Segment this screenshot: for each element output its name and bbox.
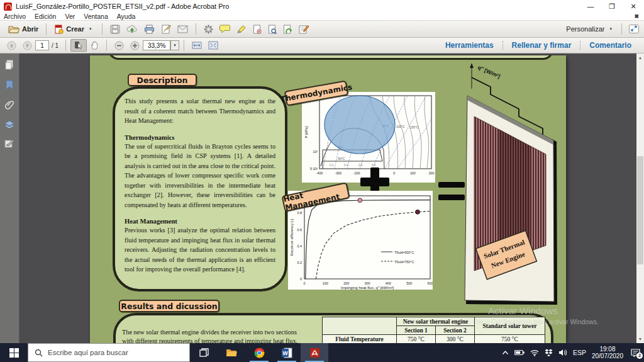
expand-tools-icon[interactable] xyxy=(629,25,639,33)
email-button[interactable] xyxy=(174,24,191,35)
separator xyxy=(106,40,107,51)
zoom-out-button[interactable] xyxy=(111,40,127,52)
hm-ytick: 0 xyxy=(300,277,302,281)
fit-page-button[interactable] xyxy=(205,40,221,51)
scrollbar-thumb[interactable] xyxy=(637,156,643,264)
page-thumbnails-icon[interactable] xyxy=(4,60,14,70)
vertical-scrollbar[interactable]: ▲ ▼ xyxy=(636,54,644,343)
zoom-dropdown-arrow[interactable]: ▾ xyxy=(170,40,179,50)
menu-edicion[interactable]: Edición xyxy=(35,13,56,20)
task-view-button[interactable] xyxy=(190,343,218,362)
maximize-button[interactable]: ❐ xyxy=(601,0,623,13)
fill-sign-button[interactable] xyxy=(296,23,312,35)
speaker-icon[interactable] xyxy=(558,349,567,356)
file-explorer-icon xyxy=(226,348,237,357)
document-search-button[interactable] xyxy=(265,23,280,35)
pdf-page: Description This study presents a solar … xyxy=(90,55,566,343)
acrobat-icon xyxy=(309,348,320,358)
tab-rellenar-firmar[interactable]: Rellenar y firmar xyxy=(502,41,580,50)
menu-ver[interactable]: Ver xyxy=(65,13,75,20)
select-tool-button[interactable] xyxy=(70,39,87,52)
zoom-in-button[interactable] xyxy=(127,40,143,52)
zoom-level-input[interactable]: 33,3% xyxy=(143,40,170,50)
separator xyxy=(184,40,184,51)
marker-750c xyxy=(416,210,420,214)
highlight-button[interactable] xyxy=(233,23,250,35)
tab-herramientas[interactable]: Herramientas xyxy=(436,41,502,50)
windows-logo-icon xyxy=(9,348,19,358)
sign-document-button[interactable] xyxy=(158,23,174,35)
create-button[interactable]: Crear ▾ xyxy=(51,23,97,35)
notification-center-button[interactable]: 2 xyxy=(631,349,640,357)
table-subheader-section2: Section 2 xyxy=(436,326,475,335)
fit-width-button[interactable] xyxy=(189,40,205,51)
hm-xtick: 100 xyxy=(323,281,328,285)
comment-button[interactable] xyxy=(216,23,233,35)
previous-page-button[interactable] xyxy=(4,40,19,52)
acrobat-taskbar-button[interactable] xyxy=(301,343,328,362)
taskbar-search-input[interactable]: Escribe aquí para buscar xyxy=(28,343,190,362)
critical-point-highlight xyxy=(325,96,395,154)
wifi-icon[interactable] xyxy=(530,349,539,356)
file-explorer-button[interactable] xyxy=(218,343,245,362)
document-delete-button[interactable] xyxy=(250,23,265,35)
tab-comentario[interactable]: Comentario xyxy=(580,41,640,50)
language-indicator[interactable]: ESP xyxy=(573,349,586,356)
menubar-close-icon[interactable]: ✖ xyxy=(634,13,639,20)
battery-icon[interactable] xyxy=(514,349,525,356)
minimize-button[interactable]: — xyxy=(580,0,601,13)
create-dropdown-arrow[interactable]: ▾ xyxy=(87,25,94,33)
open-button[interactable]: Abrir xyxy=(5,23,42,35)
quality-06: 0.6 xyxy=(358,164,363,167)
document-export-button[interactable] xyxy=(280,23,296,35)
hand-tool-button[interactable] xyxy=(87,40,102,51)
results-panel: The new solar thermal engine divides the… xyxy=(113,313,553,343)
navigation-toolbar: / 1 33,3% ▾ Herramientas Rellenar y firm… xyxy=(0,38,644,54)
bookmarks-icon[interactable] xyxy=(5,80,14,90)
menu-ventana[interactable]: Ventana xyxy=(84,13,108,20)
attachments-icon[interactable] xyxy=(5,100,14,110)
marker-300c xyxy=(358,198,362,203)
fit-page-icon xyxy=(208,41,218,50)
word-icon: W xyxy=(282,348,292,358)
thermo-xtick: 200 xyxy=(429,171,435,175)
save-button[interactable] xyxy=(107,23,123,35)
scroll-down-icon[interactable]: ▼ xyxy=(636,335,644,343)
personalize-label[interactable]: Personalizar xyxy=(566,25,604,33)
legend-300c: Tfluid=300°C xyxy=(394,251,414,254)
create-label: Crear xyxy=(66,25,84,33)
page-number-input[interactable] xyxy=(35,40,49,50)
print-button[interactable] xyxy=(141,23,158,35)
start-button[interactable] xyxy=(0,343,28,362)
menu-archivo[interactable]: Archivo xyxy=(4,13,26,20)
clock[interactable]: 19:08 20/07/2020 xyxy=(592,346,623,359)
chrome-button[interactable] xyxy=(245,343,273,362)
fill-sign-icon xyxy=(299,25,309,34)
word-button[interactable]: W xyxy=(273,343,301,362)
svg-text:W: W xyxy=(282,350,288,356)
sign-document-icon xyxy=(161,25,171,34)
results-line2: with different requirements of temperatu… xyxy=(122,337,330,343)
share-cloud-button[interactable] xyxy=(123,23,141,35)
next-page-button[interactable] xyxy=(19,40,35,52)
main-toolbar: Abrir Crear ▾ Personalizar ▾ xyxy=(0,21,644,38)
chrome-icon xyxy=(254,348,265,358)
settings-button[interactable] xyxy=(201,23,216,35)
menu-ayuda[interactable]: Ayuda xyxy=(117,13,136,20)
heat-management-heading: Heat Management xyxy=(125,218,275,225)
separator xyxy=(196,23,196,35)
close-button[interactable]: ✕ xyxy=(623,0,644,13)
scroll-up-icon[interactable]: ▲ xyxy=(636,54,644,62)
select-cursor-icon xyxy=(74,41,83,50)
results-line1: The new solar thermal engine divides the… xyxy=(122,328,330,337)
page-total-label: / 1 xyxy=(52,42,58,49)
layers-icon[interactable] xyxy=(4,120,14,129)
thermodynamics-paragraph: The use of supercritical fluids in Brayt… xyxy=(125,142,275,210)
search-placeholder: Escribe aquí para buscar xyxy=(48,349,128,356)
thermo-xtick: -200 xyxy=(353,171,360,175)
hm-ytick: 0.6 xyxy=(297,228,303,232)
personalize-dropdown-arrow[interactable]: ▾ xyxy=(607,25,614,33)
signatures-icon[interactable] xyxy=(4,139,14,149)
dropbox-icon[interactable] xyxy=(545,349,553,356)
tray-chevron-icon[interactable] xyxy=(502,350,509,355)
